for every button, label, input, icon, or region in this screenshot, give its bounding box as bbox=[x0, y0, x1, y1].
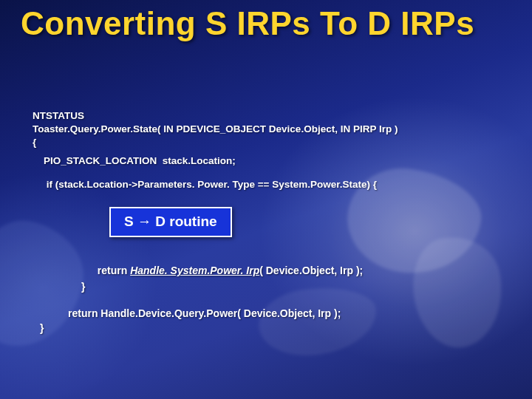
return-fn: Handle. System.Power. Irp bbox=[130, 265, 259, 276]
code-line: { bbox=[33, 136, 505, 149]
return-args: ( Device.Object, Irp ); bbox=[259, 265, 363, 276]
code-line: Toaster.Query.Power.State( IN PDEVICE_OB… bbox=[33, 123, 505, 136]
callout-right: D routine bbox=[151, 214, 217, 229]
code-brace-close-outer: } bbox=[40, 322, 44, 334]
callout: S → D routine bbox=[109, 207, 232, 237]
globe-highlight bbox=[405, 230, 511, 355]
code-return-system: return Handle. System.Power. Irp( Device… bbox=[92, 253, 363, 276]
code-line: NTSTATUS bbox=[33, 109, 505, 123]
code-brace-close-inner: } bbox=[81, 281, 85, 293]
code-line: PIO_STACK_LOCATION stack.Location; bbox=[33, 154, 505, 168]
slide-title: Converting S IRPs To D IRPs bbox=[21, 6, 474, 41]
code-return-device: return Handle.Device.Query.Power( Device… bbox=[68, 307, 341, 319]
callout-left: S bbox=[124, 214, 137, 229]
code-block: NTSTATUS Toaster.Query.Power.State( IN P… bbox=[33, 109, 505, 191]
globe-highlight bbox=[256, 282, 381, 361]
globe-highlight bbox=[0, 211, 93, 357]
return-keyword: return bbox=[98, 265, 130, 276]
callout-box: S → D routine bbox=[109, 207, 232, 237]
code-line: if (stack.Location->Parameters. Power. T… bbox=[33, 178, 505, 191]
arrow-right-icon: → bbox=[137, 214, 151, 230]
